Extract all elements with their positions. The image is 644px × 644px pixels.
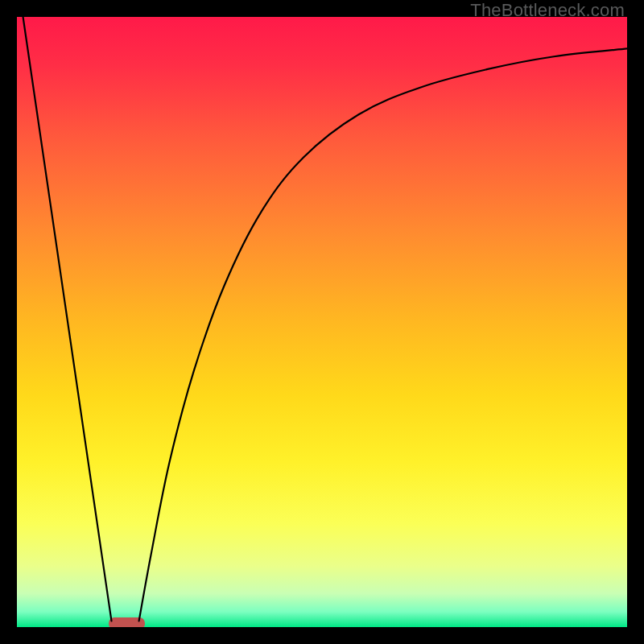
watermark-label: TheBottleneck.com bbox=[470, 0, 625, 21]
chart-frame bbox=[0, 0, 644, 644]
bottleneck-chart: TheBottleneck.com bbox=[0, 0, 644, 644]
